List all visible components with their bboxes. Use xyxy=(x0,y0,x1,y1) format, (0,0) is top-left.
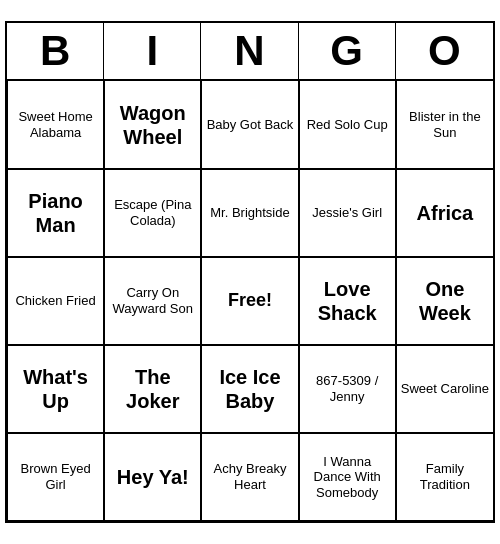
bingo-cell-5[interactable]: Piano Man xyxy=(7,169,104,257)
bingo-cell-3[interactable]: Red Solo Cup xyxy=(299,81,396,169)
bingo-cell-22[interactable]: Achy Breaky Heart xyxy=(201,433,298,521)
bingo-letter-g: G xyxy=(299,23,396,79)
bingo-cell-7[interactable]: Mr. Brightside xyxy=(201,169,298,257)
bingo-cell-17[interactable]: Ice Ice Baby xyxy=(201,345,298,433)
bingo-cell-12[interactable]: Free! xyxy=(201,257,298,345)
bingo-cell-15[interactable]: What's Up xyxy=(7,345,104,433)
bingo-cell-18[interactable]: 867-5309 / Jenny xyxy=(299,345,396,433)
bingo-letter-b: B xyxy=(7,23,104,79)
bingo-cell-24[interactable]: Family Tradition xyxy=(396,433,493,521)
bingo-cell-20[interactable]: Brown Eyed Girl xyxy=(7,433,104,521)
bingo-card: BINGO Sweet Home AlabamaWagon WheelBaby … xyxy=(5,21,495,523)
bingo-cell-9[interactable]: Africa xyxy=(396,169,493,257)
bingo-cell-19[interactable]: Sweet Caroline xyxy=(396,345,493,433)
bingo-cell-10[interactable]: Chicken Fried xyxy=(7,257,104,345)
bingo-header: BINGO xyxy=(7,23,493,81)
bingo-grid: Sweet Home AlabamaWagon WheelBaby Got Ba… xyxy=(7,81,493,521)
bingo-cell-1[interactable]: Wagon Wheel xyxy=(104,81,201,169)
bingo-cell-4[interactable]: Blister in the Sun xyxy=(396,81,493,169)
bingo-cell-0[interactable]: Sweet Home Alabama xyxy=(7,81,104,169)
bingo-cell-11[interactable]: Carry On Wayward Son xyxy=(104,257,201,345)
bingo-letter-i: I xyxy=(104,23,201,79)
bingo-cell-13[interactable]: Love Shack xyxy=(299,257,396,345)
bingo-letter-o: O xyxy=(396,23,493,79)
bingo-cell-23[interactable]: I Wanna Dance With Somebody xyxy=(299,433,396,521)
bingo-cell-2[interactable]: Baby Got Back xyxy=(201,81,298,169)
bingo-cell-16[interactable]: The Joker xyxy=(104,345,201,433)
bingo-cell-14[interactable]: One Week xyxy=(396,257,493,345)
bingo-cell-8[interactable]: Jessie's Girl xyxy=(299,169,396,257)
bingo-cell-21[interactable]: Hey Ya! xyxy=(104,433,201,521)
bingo-letter-n: N xyxy=(201,23,298,79)
bingo-cell-6[interactable]: Escape (Pina Colada) xyxy=(104,169,201,257)
